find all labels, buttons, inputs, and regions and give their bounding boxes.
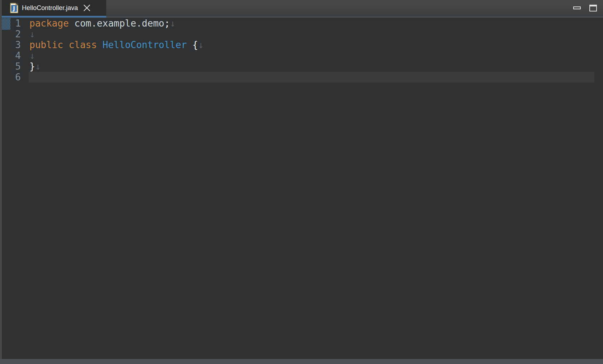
range-indicator [2, 18, 10, 30]
eol-marker: ↓ [198, 39, 204, 50]
code-column: package com.example.demo;↓↓public class … [21, 18, 594, 359]
line-number[interactable]: 6 [11, 72, 21, 83]
code-line[interactable]: }↓ [29, 61, 594, 72]
line-number[interactable]: 1 [11, 18, 21, 29]
annotation-ruler[interactable] [2, 18, 11, 359]
token: package [29, 18, 69, 29]
eol-marker: ↓ [170, 18, 176, 29]
window-frame-bottom [0, 359, 603, 364]
eol-marker: ↓ [29, 29, 35, 39]
close-icon[interactable] [83, 4, 91, 12]
code-editor: 123456 package com.example.demo;↓↓public… [2, 18, 603, 359]
eol-marker: ↓ [29, 50, 35, 61]
window-controls [573, 0, 597, 16]
minimize-icon[interactable] [573, 6, 581, 9]
token: } [29, 61, 35, 72]
token: public [29, 39, 63, 50]
line-number[interactable]: 3 [11, 39, 21, 50]
maximize-icon[interactable] [589, 5, 597, 11]
ide-window: { "tab": { "title": "HelloController.jav… [0, 0, 603, 364]
token: class [69, 39, 97, 50]
tab-title: HelloController.java [22, 4, 78, 12]
eol-marker: ↓ [35, 61, 41, 72]
tab-bar: J HelloController.java [0, 0, 603, 18]
java-file-icon: J [10, 3, 18, 13]
token: { [192, 39, 198, 50]
code-line[interactable]: ↓ [29, 29, 594, 39]
line-number[interactable]: 4 [11, 50, 21, 61]
window-frame-left [0, 0, 2, 359]
code-line[interactable]: public class HelloController {↓ [29, 39, 594, 50]
code-line[interactable]: ↓ [29, 50, 594, 61]
line-number[interactable]: 2 [11, 29, 21, 39]
code-line[interactable] [29, 72, 594, 83]
line-number-column[interactable]: 123456 [11, 18, 21, 359]
token [187, 39, 192, 50]
java-letter: J [11, 5, 17, 12]
line-number[interactable]: 5 [11, 61, 21, 72]
token [97, 39, 103, 50]
token [63, 39, 69, 50]
token [69, 18, 75, 29]
token: HelloController [103, 39, 187, 50]
code-line[interactable]: package com.example.demo;↓ [29, 18, 594, 29]
tab-hellocontroller[interactable]: J HelloController.java [1, 0, 106, 18]
token: com.example.demo [74, 18, 164, 29]
overview-ruler[interactable] [594, 18, 603, 359]
token: ; [164, 18, 170, 29]
